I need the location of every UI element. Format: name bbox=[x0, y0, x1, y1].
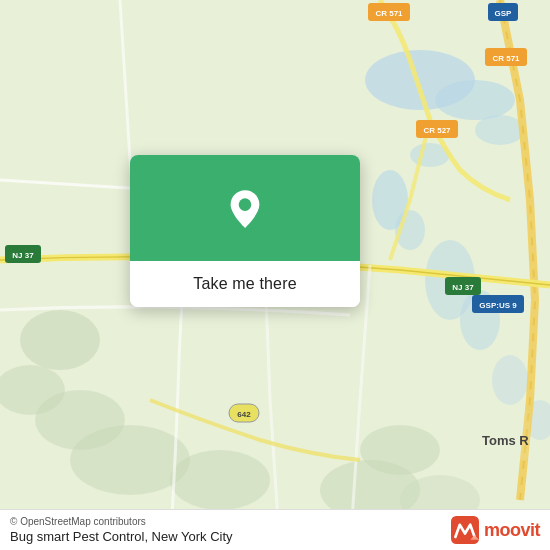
moovit-brand-name: moovit bbox=[484, 520, 540, 541]
svg-text:CR 527: CR 527 bbox=[423, 126, 451, 135]
location-name: Bug smart Pest Control, New York City bbox=[10, 529, 233, 544]
svg-point-40 bbox=[239, 198, 252, 211]
svg-text:GSP:US 9: GSP:US 9 bbox=[479, 301, 517, 310]
osm-attribution: © OpenStreetMap contributors bbox=[10, 516, 233, 527]
moovit-brand-icon bbox=[451, 516, 479, 544]
svg-text:CR 571: CR 571 bbox=[375, 9, 403, 18]
svg-point-9 bbox=[492, 355, 528, 405]
svg-text:CR 571: CR 571 bbox=[492, 54, 520, 63]
svg-point-2 bbox=[435, 80, 515, 120]
card-green-header bbox=[130, 155, 360, 261]
svg-point-11 bbox=[20, 310, 100, 370]
svg-point-3 bbox=[475, 115, 525, 145]
svg-point-15 bbox=[170, 450, 270, 510]
svg-text:GSP: GSP bbox=[495, 9, 513, 18]
bottom-left-info: © OpenStreetMap contributors Bug smart P… bbox=[10, 516, 233, 544]
svg-text:642: 642 bbox=[237, 410, 251, 419]
moovit-logo[interactable]: moovit bbox=[451, 516, 540, 544]
svg-text:NJ 37: NJ 37 bbox=[452, 283, 474, 292]
svg-rect-41 bbox=[451, 516, 479, 544]
bottom-bar: © OpenStreetMap contributors Bug smart P… bbox=[0, 509, 550, 550]
svg-text:NJ 37: NJ 37 bbox=[12, 251, 34, 260]
take-me-there-button[interactable]: Take me there bbox=[130, 261, 360, 307]
map-container: NJ 37 NJ 37 NJ 37 CR 571 GSP CR 527 CR 5… bbox=[0, 0, 550, 550]
svg-text:Toms R: Toms R bbox=[482, 433, 529, 448]
location-pin-icon bbox=[218, 183, 272, 237]
location-card: Take me there bbox=[130, 155, 360, 307]
